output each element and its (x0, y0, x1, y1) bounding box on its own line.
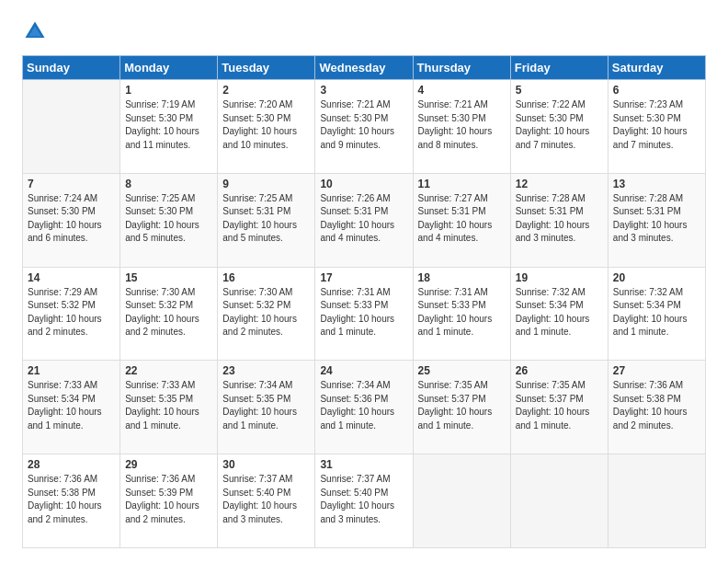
calendar-cell: 19Sunrise: 7:32 AMSunset: 5:34 PMDayligh… (510, 267, 608, 361)
weekday-header-monday: Monday (120, 56, 218, 80)
day-number: 10 (320, 178, 407, 190)
day-number: 17 (320, 271, 407, 284)
calendar-cell (510, 454, 608, 548)
week-row-1: 1Sunrise: 7:19 AMSunset: 5:30 PMDaylight… (23, 80, 706, 174)
calendar-cell: 4Sunrise: 7:21 AMSunset: 5:30 PMDaylight… (413, 80, 510, 174)
calendar-cell: 1Sunrise: 7:19 AMSunset: 5:30 PMDaylight… (120, 80, 218, 174)
day-info: Sunrise: 7:20 AMSunset: 5:30 PMDaylight:… (222, 98, 310, 152)
day-info: Sunrise: 7:33 AMSunset: 5:34 PMDaylight:… (28, 379, 115, 432)
calendar-cell (23, 80, 120, 174)
week-row-5: 28Sunrise: 7:36 AMSunset: 5:38 PMDayligh… (23, 454, 706, 548)
weekday-header-wednesday: Wednesday (315, 56, 413, 80)
day-number: 12 (516, 178, 603, 190)
calendar-cell: 27Sunrise: 7:36 AMSunset: 5:38 PMDayligh… (608, 361, 705, 454)
logo-icon (22, 18, 48, 44)
calendar-cell: 25Sunrise: 7:35 AMSunset: 5:37 PMDayligh… (413, 361, 510, 454)
day-number: 31 (320, 458, 407, 471)
calendar-cell: 10Sunrise: 7:26 AMSunset: 5:31 PMDayligh… (315, 173, 413, 267)
calendar-cell: 3Sunrise: 7:21 AMSunset: 5:30 PMDaylight… (315, 80, 413, 174)
day-info: Sunrise: 7:34 AMSunset: 5:36 PMDaylight:… (320, 379, 407, 432)
calendar-cell: 26Sunrise: 7:35 AMSunset: 5:37 PMDayligh… (510, 361, 608, 454)
day-info: Sunrise: 7:29 AMSunset: 5:32 PMDaylight:… (28, 286, 115, 339)
calendar-cell: 7Sunrise: 7:24 AMSunset: 5:30 PMDaylight… (23, 173, 120, 267)
day-number: 9 (222, 178, 310, 190)
day-number: 19 (516, 271, 603, 284)
day-info: Sunrise: 7:37 AMSunset: 5:40 PMDaylight:… (222, 473, 310, 526)
day-number: 14 (28, 271, 115, 284)
day-info: Sunrise: 7:36 AMSunset: 5:38 PMDaylight:… (28, 473, 115, 526)
day-number: 26 (516, 364, 603, 377)
day-number: 15 (125, 271, 212, 284)
day-info: Sunrise: 7:24 AMSunset: 5:30 PMDaylight:… (28, 192, 115, 246)
day-info: Sunrise: 7:22 AMSunset: 5:30 PMDaylight:… (516, 98, 603, 152)
calendar-cell: 15Sunrise: 7:30 AMSunset: 5:32 PMDayligh… (120, 267, 218, 361)
day-number: 3 (320, 84, 407, 97)
day-info: Sunrise: 7:37 AMSunset: 5:40 PMDaylight:… (320, 473, 407, 526)
calendar-cell: 29Sunrise: 7:36 AMSunset: 5:39 PMDayligh… (120, 454, 218, 548)
calendar-cell: 18Sunrise: 7:31 AMSunset: 5:33 PMDayligh… (413, 267, 510, 361)
day-info: Sunrise: 7:25 AMSunset: 5:31 PMDaylight:… (222, 192, 310, 246)
day-number: 24 (320, 364, 407, 377)
day-info: Sunrise: 7:30 AMSunset: 5:32 PMDaylight:… (222, 286, 310, 339)
weekday-header-sunday: Sunday (23, 56, 120, 80)
day-info: Sunrise: 7:36 AMSunset: 5:38 PMDaylight:… (613, 379, 700, 432)
calendar-cell (413, 454, 510, 548)
day-info: Sunrise: 7:25 AMSunset: 5:30 PMDaylight:… (125, 192, 212, 246)
calendar-header: SundayMondayTuesdayWednesdayThursdayFrid… (23, 56, 706, 80)
day-number: 29 (125, 458, 212, 471)
day-number: 18 (418, 271, 506, 284)
calendar-cell: 11Sunrise: 7:27 AMSunset: 5:31 PMDayligh… (413, 173, 510, 267)
day-number: 1 (125, 84, 212, 97)
day-info: Sunrise: 7:28 AMSunset: 5:31 PMDaylight:… (613, 192, 700, 246)
day-info: Sunrise: 7:30 AMSunset: 5:32 PMDaylight:… (125, 286, 212, 339)
calendar-body: 1Sunrise: 7:19 AMSunset: 5:30 PMDaylight… (23, 80, 706, 548)
week-row-3: 14Sunrise: 7:29 AMSunset: 5:32 PMDayligh… (23, 267, 706, 361)
calendar-cell: 2Sunrise: 7:20 AMSunset: 5:30 PMDaylight… (218, 80, 315, 174)
calendar: SundayMondayTuesdayWednesdayThursdayFrid… (22, 55, 706, 548)
calendar-cell: 9Sunrise: 7:25 AMSunset: 5:31 PMDaylight… (218, 173, 315, 267)
day-number: 22 (125, 364, 212, 377)
day-number: 13 (613, 178, 700, 190)
logo (22, 18, 51, 44)
header (22, 18, 706, 44)
day-info: Sunrise: 7:26 AMSunset: 5:31 PMDaylight:… (320, 192, 407, 246)
day-info: Sunrise: 7:23 AMSunset: 5:30 PMDaylight:… (613, 98, 700, 152)
day-info: Sunrise: 7:31 AMSunset: 5:33 PMDaylight:… (320, 286, 407, 339)
day-info: Sunrise: 7:21 AMSunset: 5:30 PMDaylight:… (320, 98, 407, 152)
day-number: 28 (28, 458, 115, 471)
day-info: Sunrise: 7:33 AMSunset: 5:35 PMDaylight:… (125, 379, 212, 432)
day-info: Sunrise: 7:19 AMSunset: 5:30 PMDaylight:… (125, 98, 212, 152)
week-row-4: 21Sunrise: 7:33 AMSunset: 5:34 PMDayligh… (23, 361, 706, 454)
day-number: 7 (28, 178, 115, 190)
day-info: Sunrise: 7:32 AMSunset: 5:34 PMDaylight:… (613, 286, 700, 339)
calendar-cell: 6Sunrise: 7:23 AMSunset: 5:30 PMDaylight… (608, 80, 705, 174)
calendar-cell: 16Sunrise: 7:30 AMSunset: 5:32 PMDayligh… (218, 267, 315, 361)
weekday-header-saturday: Saturday (608, 56, 705, 80)
day-info: Sunrise: 7:35 AMSunset: 5:37 PMDaylight:… (418, 379, 506, 432)
page: SundayMondayTuesdayWednesdayThursdayFrid… (0, 0, 728, 563)
day-info: Sunrise: 7:34 AMSunset: 5:35 PMDaylight:… (222, 379, 310, 432)
calendar-cell: 20Sunrise: 7:32 AMSunset: 5:34 PMDayligh… (608, 267, 705, 361)
weekday-header-tuesday: Tuesday (218, 56, 315, 80)
day-number: 16 (222, 271, 310, 284)
weekday-header-friday: Friday (510, 56, 608, 80)
calendar-cell: 30Sunrise: 7:37 AMSunset: 5:40 PMDayligh… (218, 454, 315, 548)
day-info: Sunrise: 7:21 AMSunset: 5:30 PMDaylight:… (418, 98, 506, 152)
day-info: Sunrise: 7:31 AMSunset: 5:33 PMDaylight:… (418, 286, 506, 339)
calendar-cell: 13Sunrise: 7:28 AMSunset: 5:31 PMDayligh… (608, 173, 705, 267)
day-info: Sunrise: 7:27 AMSunset: 5:31 PMDaylight:… (418, 192, 506, 246)
day-number: 6 (613, 84, 700, 97)
day-number: 27 (613, 364, 700, 377)
calendar-cell: 12Sunrise: 7:28 AMSunset: 5:31 PMDayligh… (510, 173, 608, 267)
day-info: Sunrise: 7:35 AMSunset: 5:37 PMDaylight:… (516, 379, 603, 432)
day-number: 25 (418, 364, 506, 377)
weekday-row: SundayMondayTuesdayWednesdayThursdayFrid… (23, 56, 706, 80)
calendar-cell: 8Sunrise: 7:25 AMSunset: 5:30 PMDaylight… (120, 173, 218, 267)
day-number: 20 (613, 271, 700, 284)
calendar-cell: 24Sunrise: 7:34 AMSunset: 5:36 PMDayligh… (315, 361, 413, 454)
calendar-cell: 21Sunrise: 7:33 AMSunset: 5:34 PMDayligh… (23, 361, 120, 454)
day-number: 30 (222, 458, 310, 471)
day-info: Sunrise: 7:32 AMSunset: 5:34 PMDaylight:… (516, 286, 603, 339)
calendar-cell: 23Sunrise: 7:34 AMSunset: 5:35 PMDayligh… (218, 361, 315, 454)
calendar-cell (608, 454, 705, 548)
